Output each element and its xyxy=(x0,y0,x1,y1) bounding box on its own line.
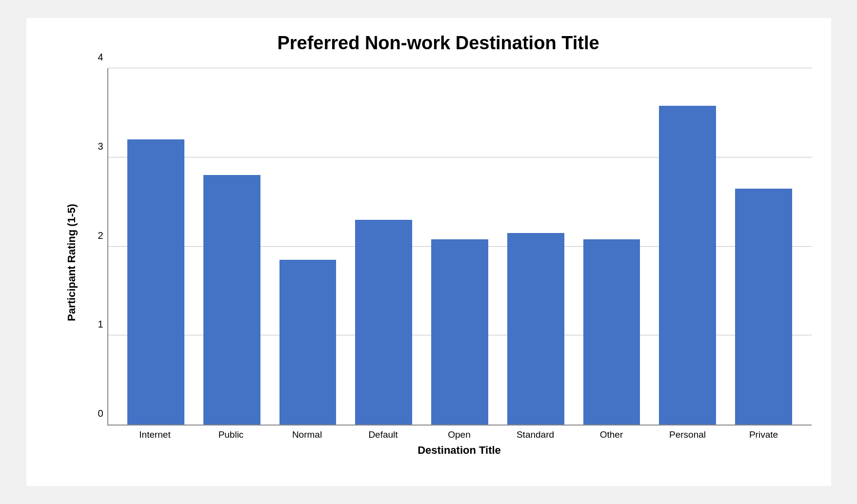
y-tick-label: 4 xyxy=(81,52,103,63)
bar-group xyxy=(574,68,650,425)
y-tick-label: 3 xyxy=(81,140,103,152)
bar-group xyxy=(422,68,498,425)
x-label-item: Other xyxy=(574,426,650,440)
x-axis-label: Destination Title xyxy=(107,444,812,457)
bar xyxy=(279,260,337,425)
bar xyxy=(583,239,640,425)
x-label-item: Default xyxy=(345,426,421,440)
y-tick-label: 2 xyxy=(81,230,103,241)
x-label-item: Open xyxy=(421,426,498,440)
x-label-item: Internet xyxy=(117,426,193,440)
chart-inner: 01234 InternetPublicNormalDefaultOpenSta… xyxy=(83,68,812,457)
bar xyxy=(431,239,488,425)
y-axis-label: Participant Rating (1-5) xyxy=(65,68,78,457)
bar-group xyxy=(194,68,270,425)
x-label-item: Public xyxy=(193,426,269,440)
y-tick-label: 0 xyxy=(81,408,103,419)
chart-area: Participant Rating (1-5) 01234 InternetP… xyxy=(65,68,812,457)
chart-title: Preferred Non-work Destination Title xyxy=(277,33,599,54)
x-label-item: Normal xyxy=(269,426,345,440)
bar-group xyxy=(498,68,574,425)
bar-group xyxy=(650,68,726,425)
x-label-item: Private xyxy=(726,426,802,440)
x-label-item: Standard xyxy=(498,426,574,440)
plot-area: 01234 xyxy=(107,68,812,426)
bar-group xyxy=(346,68,422,425)
bars-wrapper xyxy=(108,68,812,425)
bar-group xyxy=(118,68,194,425)
bar xyxy=(735,189,792,425)
x-labels-row: InternetPublicNormalDefaultOpenStandardO… xyxy=(107,426,812,440)
x-label-item: Personal xyxy=(650,426,726,440)
bar xyxy=(355,220,412,425)
bar-group xyxy=(270,68,346,425)
chart-container: Preferred Non-work Destination Title Par… xyxy=(26,18,831,486)
bar xyxy=(127,139,184,425)
y-tick-label: 1 xyxy=(81,319,103,330)
bar xyxy=(659,106,716,425)
bar-group xyxy=(726,68,802,425)
bar xyxy=(507,233,564,425)
bar xyxy=(203,175,260,425)
